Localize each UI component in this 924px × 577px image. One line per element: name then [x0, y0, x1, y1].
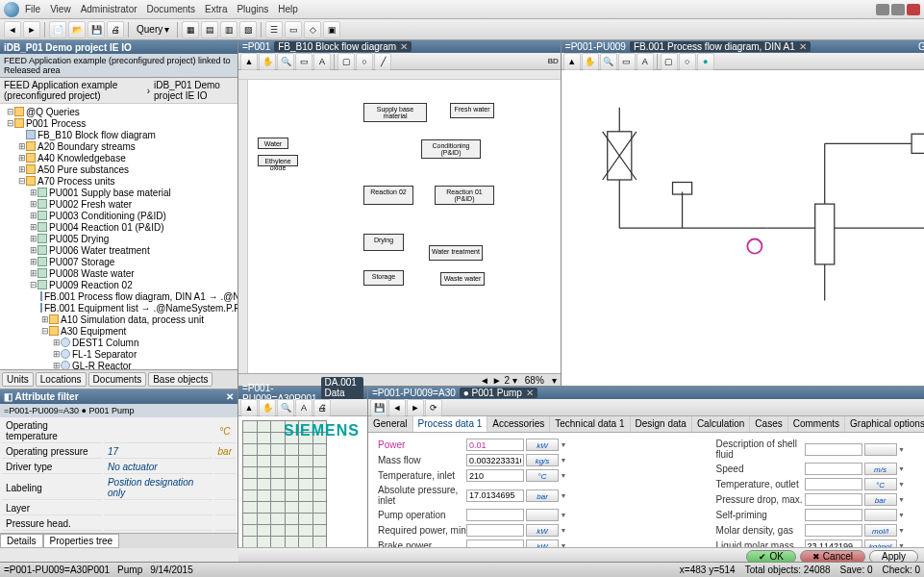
query-dropdown[interactable]: Query ▾ [133, 24, 173, 35]
close-icon[interactable]: ✕ [400, 41, 408, 52]
line-tool[interactable]: ╱ [374, 53, 391, 70]
tab-locations[interactable]: Locations [36, 372, 87, 387]
tree-row[interactable]: ⊞A10 Simulation data, process unit [2, 314, 236, 325]
forward-button[interactable]: ► [23, 21, 40, 38]
flow-block[interactable]: Fresh water [450, 103, 494, 118]
tree-row[interactable]: ⊞GL-R Reactor [2, 360, 236, 369]
tree-row[interactable]: ⊟A70 Process units [2, 175, 236, 187]
tree-row[interactable]: ⊞A20 Boundary streams [2, 140, 236, 152]
expander-icon[interactable]: ⊞ [29, 234, 37, 243]
dropdown-icon[interactable]: ▼ [897, 446, 907, 453]
menu-help[interactable]: Help [278, 4, 298, 14]
back-button[interactable]: ◄ [4, 21, 21, 38]
dropdown-icon[interactable]: ▼ [559, 457, 568, 464]
menu-file[interactable]: File [25, 4, 40, 14]
expander-icon[interactable]: ⊞ [52, 361, 61, 369]
breadcrumb-parent[interactable]: FEED Application example (preconfigured … [4, 80, 143, 101]
tab-documents[interactable]: Documents [88, 372, 147, 387]
unit-button[interactable] [864, 509, 897, 521]
expander-icon[interactable]: ⊟ [6, 118, 14, 128]
navigator-tree[interactable]: ⊟@Q Queries⊟P001 Process FB_B10 Block fl… [0, 104, 237, 369]
expander-icon[interactable]: ⊞ [29, 188, 37, 197]
bfd-canvas[interactable]: Supply base materialFresh waterWaterEthy… [238, 70, 561, 373]
breadcrumb-child[interactable]: iDB_P01 Demo project IE IO [154, 80, 234, 101]
tree-row[interactable]: ⊞PU007 Storage [2, 256, 236, 267]
tool-4[interactable]: ▧ [239, 21, 257, 38]
expander-icon[interactable]: ⊟ [17, 176, 26, 186]
save-button[interactable]: 💾 [87, 21, 105, 38]
tree-row[interactable]: ⊞PU005 Drying [2, 233, 236, 244]
zoom-tool[interactable]: 🔍 [277, 399, 294, 416]
pan-tool[interactable]: ✋ [259, 399, 276, 416]
text-tool[interactable]: A [637, 53, 654, 70]
dropdown-icon[interactable]: ▼ [559, 472, 568, 479]
tree-row[interactable]: ⊞FL-1 Separator [2, 348, 236, 360]
expander-icon[interactable]: ⊞ [17, 164, 26, 174]
close-icon[interactable]: ✕ [799, 41, 807, 52]
rect-tool[interactable]: ▢ [661, 53, 678, 70]
expander-icon[interactable]: ⊞ [52, 349, 61, 359]
expander-icon[interactable]: ⊞ [29, 245, 37, 255]
prop-tab[interactable]: Calculation [692, 416, 750, 432]
tree-row[interactable]: ⊟P001 Process [2, 117, 236, 129]
minimize-icon[interactable] [876, 4, 889, 15]
unit-button[interactable]: kW [526, 524, 559, 537]
tool-7[interactable]: ◇ [304, 21, 321, 38]
attr-value[interactable]: 17 [104, 445, 212, 459]
prop-input[interactable] [805, 463, 862, 475]
flow-block[interactable]: Storage [363, 270, 404, 286]
save-button[interactable]: 💾 [370, 399, 387, 416]
select-tool[interactable]: ▭ [295, 53, 312, 70]
unit-button[interactable]: m/s [864, 463, 897, 475]
stream-tool[interactable]: ● [697, 53, 714, 70]
menu-extra[interactable]: Extra [205, 4, 227, 14]
tree-row[interactable]: ⊞PU003 Conditioning (P&ID) [2, 210, 236, 221]
prop-input[interactable] [466, 509, 524, 521]
expander-icon[interactable]: ⊞ [17, 153, 26, 163]
pointer-tool[interactable]: ▲ [240, 399, 258, 416]
text-tool[interactable]: A [313, 53, 331, 70]
tab-properties-tree[interactable]: Properties tree [43, 534, 120, 548]
tree-row[interactable]: ⊞PU008 Waste water [2, 267, 236, 279]
pointer-tool[interactable]: ▲ [563, 53, 581, 70]
unit-button[interactable]: kg/s [526, 454, 559, 466]
pan-tool[interactable]: ✋ [582, 53, 599, 70]
rect-tool[interactable]: ▢ [337, 53, 355, 70]
prop-tab[interactable]: Cases [750, 416, 787, 432]
tree-row[interactable]: ⊟A30 Equipment [2, 325, 236, 337]
tool-8[interactable]: ▣ [323, 21, 340, 38]
flow-block[interactable]: Conditioning (P&ID) [421, 139, 481, 159]
unit-button[interactable] [526, 509, 559, 521]
tree-row[interactable]: ⊞PU004 Reaction 01 (P&ID) [2, 221, 236, 233]
tool-3[interactable]: ▥ [220, 21, 237, 38]
flow-block[interactable]: Drying [363, 234, 404, 251]
tree-row[interactable]: FB.001 Process flow diagram, DIN A1 → .@… [2, 290, 236, 302]
flow-block[interactable]: Water [258, 138, 288, 149]
tab-units[interactable]: Units [2, 372, 34, 387]
expander-icon[interactable]: ⊞ [29, 222, 37, 232]
prop-tab[interactable]: Process data 1 [413, 416, 488, 432]
flow-block[interactable]: Water treatment [429, 245, 483, 261]
prop-tab[interactable]: Design data [631, 416, 692, 432]
tool-5[interactable]: ☰ [265, 21, 283, 38]
close-icon[interactable]: ✕ [526, 388, 534, 398]
expander-icon[interactable]: ⊞ [29, 268, 37, 278]
pan-tool[interactable]: ✋ [259, 53, 276, 70]
back-button[interactable]: ◄ [388, 399, 406, 416]
zoom-tool[interactable]: 🔍 [277, 53, 294, 70]
refresh-button[interactable]: ⟳ [425, 399, 442, 416]
prop-input[interactable] [805, 509, 862, 521]
expander-icon[interactable]: ⊟ [29, 280, 37, 289]
pointer-tool[interactable]: ▲ [240, 53, 258, 70]
expander-icon[interactable]: ⊟ [40, 326, 49, 336]
prop-input[interactable] [805, 493, 862, 506]
prop-tab[interactable]: General [368, 416, 413, 432]
tree-row[interactable]: ⊞DEST1 Column [2, 337, 236, 348]
prop-input[interactable] [805, 478, 862, 490]
unit-button[interactable]: mol/l [864, 524, 897, 537]
tree-row[interactable]: FB_B10 Block flow diagram [2, 129, 236, 140]
tree-row[interactable]: ⊟@Q Queries [2, 106, 236, 117]
expander-icon[interactable]: ⊞ [29, 199, 37, 209]
tool-2[interactable]: ▤ [201, 21, 218, 38]
prop-input[interactable] [466, 454, 524, 466]
